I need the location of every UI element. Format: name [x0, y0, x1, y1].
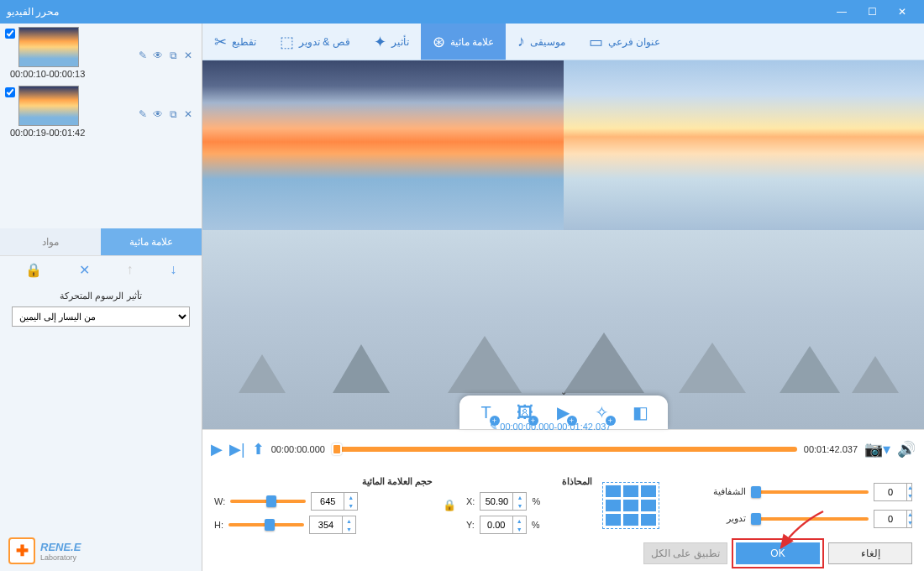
close-icon[interactable]: ✕ [181, 49, 195, 62]
align-tl[interactable] [606, 485, 621, 497]
clip-checkbox[interactable] [5, 29, 15, 39]
align-mr[interactable] [641, 500, 656, 511]
copy-icon[interactable]: ⧉ [166, 107, 180, 121]
animation-effect-label: تأثير الرسوم المتحركة [12, 291, 190, 301]
logo-text: RENE.E [40, 541, 81, 553]
logo-subtitle: Laboratory [40, 553, 81, 562]
maximize-button[interactable]: ☐ [857, 0, 887, 24]
align-br[interactable] [641, 514, 656, 526]
clip-thumbnail[interactable] [18, 86, 79, 126]
export-icon[interactable]: ⬆ [252, 440, 265, 458]
align-bl[interactable] [606, 514, 621, 526]
align-ml[interactable] [606, 500, 621, 511]
minimize-button[interactable]: — [827, 0, 857, 24]
tab-materials[interactable]: مواد [0, 228, 101, 255]
cancel-button[interactable]: إلغاء [828, 542, 912, 564]
preview-frame [564, 60, 925, 230]
animation-effect-select[interactable]: من اليسار إلى اليمين [12, 306, 190, 327]
lock-icon[interactable]: 🔒 [25, 262, 42, 278]
width-slider[interactable] [230, 500, 306, 503]
clip-time: 00:00:19-00:01:42 [7, 126, 198, 139]
edit-icon[interactable]: ✎ [136, 49, 150, 62]
aspect-lock-icon[interactable]: 🔒 [443, 499, 456, 511]
copy-icon[interactable]: ⧉ [166, 49, 180, 62]
music-icon: ♪ [517, 33, 525, 50]
width-spinner[interactable]: ▲▼ [311, 492, 358, 511]
ok-button[interactable]: OK [736, 542, 820, 564]
alignment-grid[interactable] [602, 482, 659, 529]
y-spinner[interactable]: ▲▼ [480, 516, 527, 534]
spinner-down[interactable]: ▼ [343, 525, 355, 533]
clip-list: ✎ 👁 ⧉ ✕ 00:00:10-00:00:13 ✎ 👁 ⧉ ✕ 00:00:… [0, 24, 202, 228]
tool-watermark[interactable]: ⊛علامة مائية [421, 24, 506, 60]
spinner-down[interactable]: ▼ [513, 501, 526, 510]
opacity-spinner[interactable]: ▲▼ [874, 483, 912, 501]
opacity-label: الشفافية [713, 486, 746, 497]
width-label: W: [214, 496, 225, 506]
height-label: H: [214, 520, 223, 530]
timeline-marker: ✎ 00:00:00.000-00:01:42.037 [490, 422, 611, 432]
rotation-spinner[interactable]: ▲▼ [874, 510, 912, 528]
window-title: محرر الفيديو [7, 6, 827, 18]
opacity-slider[interactable] [751, 490, 869, 494]
clip-item[interactable]: ✎ 👁 ⧉ ✕ 00:00:19-00:01:42 [3, 86, 198, 139]
camera-icon[interactable]: 📷▾ [864, 440, 890, 458]
align-tc[interactable] [623, 485, 638, 497]
eye-icon[interactable]: 👁 [151, 49, 165, 62]
controls-panel: حجم العلامة المائية W: ▲▼ H: ▲▼ 🔒 المحاذ… [202, 468, 924, 542]
spinner-up[interactable]: ▲ [344, 493, 357, 501]
clip-thumbnail[interactable] [18, 27, 79, 67]
time-start: 00:00:00.000 [271, 444, 325, 454]
tool-cut[interactable]: ✂تقطيع [202, 24, 268, 60]
spinner-up[interactable]: ▲ [907, 511, 913, 519]
height-spinner[interactable]: ▲▼ [309, 516, 356, 534]
x-spinner[interactable]: ▲▼ [480, 492, 527, 511]
align-tr[interactable] [641, 485, 656, 497]
tool-crop-rotate[interactable]: ⬚قص & تدوير [268, 24, 362, 60]
rotation-label: تدوير [727, 513, 746, 524]
rotation-slider[interactable] [751, 517, 869, 521]
brand-logo: ✚ RENE.E Laboratory [0, 531, 202, 571]
timeline-track[interactable]: ✎ 00:00:00.000-00:01:42.037 [332, 447, 797, 452]
crop-icon: ⬚ [280, 33, 294, 51]
close-icon[interactable]: ✕ [181, 107, 195, 121]
edit-icon[interactable]: ✎ [136, 107, 150, 121]
spinner-down[interactable]: ▼ [907, 519, 913, 527]
y-label: Y: [466, 520, 475, 530]
spinner-up[interactable]: ▲ [513, 493, 526, 501]
tool-music[interactable]: ♪موسيقى [506, 24, 577, 60]
sparkle-icon: ✦ [374, 33, 386, 51]
volume-icon[interactable]: 🔊 [897, 440, 916, 458]
dialog-buttons: تطبيق على الكل OK إلغاء [202, 542, 924, 571]
scissors-icon: ✂ [214, 33, 227, 51]
spinner-up[interactable]: ▲ [907, 484, 913, 492]
chevron-down-icon[interactable]: ⌄ [560, 387, 567, 396]
logo-icon: ✚ [8, 537, 35, 564]
tab-watermark[interactable]: علامة مائية [101, 228, 202, 255]
move-up-icon[interactable]: ↑ [126, 262, 133, 277]
timeline-handle[interactable] [332, 443, 342, 455]
titlebar: محرر الفيديو — ☐ ✕ [0, 0, 924, 24]
delete-icon[interactable]: ✕ [79, 262, 90, 278]
clip-checkbox[interactable] [5, 87, 15, 97]
step-button[interactable]: ▶| [229, 440, 245, 458]
move-down-icon[interactable]: ↓ [170, 262, 176, 277]
main-toolbar: ✂تقطيع ⬚قص & تدوير ✦تأثير ⊛علامة مائية ♪… [202, 24, 924, 60]
align-mc[interactable] [623, 500, 638, 511]
spinner-up[interactable]: ▲ [343, 516, 355, 525]
apply-all-button[interactable]: تطبيق على الكل [643, 542, 727, 564]
tool-subtitle[interactable]: ▭عنوان فرعي [577, 24, 672, 60]
spinner-down[interactable]: ▼ [344, 501, 357, 510]
spinner-up[interactable]: ▲ [513, 516, 526, 525]
erase-button[interactable]: ◧ [629, 401, 653, 424]
spinner-down[interactable]: ▼ [513, 525, 526, 533]
clip-item[interactable]: ✎ 👁 ⧉ ✕ 00:00:10-00:00:13 [3, 27, 198, 81]
align-bc[interactable] [623, 514, 638, 526]
reel-icon: ⊛ [433, 33, 445, 51]
height-slider[interactable] [228, 523, 304, 526]
play-button[interactable]: ▶ [211, 440, 223, 458]
spinner-down[interactable]: ▼ [907, 492, 913, 500]
eye-icon[interactable]: 👁 [151, 107, 165, 121]
tool-effect[interactable]: ✦تأثير [362, 24, 421, 60]
close-button[interactable]: ✕ [887, 0, 917, 24]
